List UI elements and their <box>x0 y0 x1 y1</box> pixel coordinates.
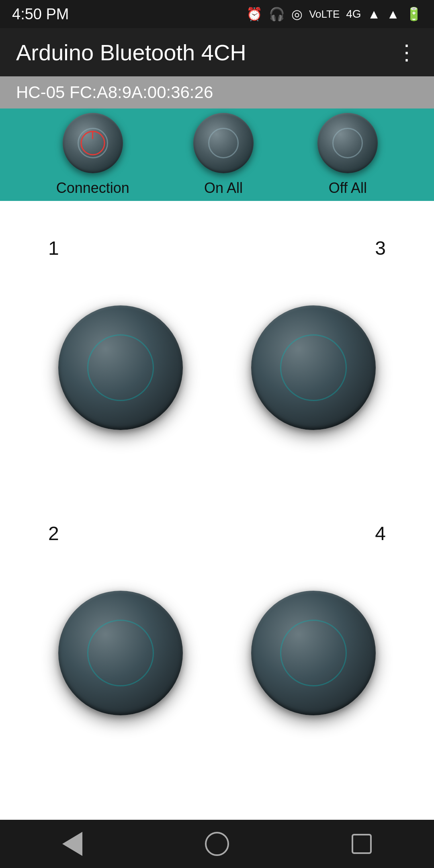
recent-icon <box>352 834 372 854</box>
hotspot-icon: ◎ <box>291 6 303 22</box>
channel-1-button[interactable] <box>58 305 183 430</box>
status-icons: ⏰ 🎧 ◎ VoLTE 4G ▲ ▲ 🔋 <box>246 6 422 22</box>
off-all-button[interactable] <box>317 113 378 173</box>
data-icon: 4G <box>346 8 361 20</box>
power-icon <box>92 131 93 139</box>
channel-4-number: 4 <box>375 522 386 545</box>
channel-3-number: 3 <box>375 237 386 259</box>
off-all-label: Off All <box>329 180 367 197</box>
status-bar: 4:50 PM ⏰ 🎧 ◎ VoLTE 4G ▲ ▲ 🔋 <box>0 0 434 28</box>
battery-icon: 🔋 <box>406 6 422 22</box>
bottom-nav <box>0 820 434 868</box>
home-icon <box>205 832 229 856</box>
channel-1-cell: 1 <box>24 225 217 510</box>
home-button[interactable] <box>203 830 231 858</box>
channel-4-button[interactable] <box>251 591 376 715</box>
wifi-icon: ▲ <box>387 7 399 22</box>
main-content: 1 3 2 4 <box>0 201 434 820</box>
connection-button[interactable] <box>63 113 123 173</box>
on-all-label: On All <box>204 180 243 197</box>
back-icon <box>62 832 82 856</box>
connection-control: Connection <box>56 113 129 197</box>
channel-2-button[interactable] <box>58 591 183 715</box>
headphone-icon: 🎧 <box>269 6 285 22</box>
channel-1-number: 1 <box>48 237 59 259</box>
volte-icon: VoLTE <box>309 8 340 20</box>
control-bar: Connection On All Off All <box>0 108 434 201</box>
recent-button[interactable] <box>348 830 376 858</box>
on-all-control: On All <box>193 113 254 197</box>
channel-2-cell: 2 <box>24 510 217 796</box>
overflow-menu-icon[interactable]: ⋮ <box>396 40 418 64</box>
back-button[interactable] <box>58 830 86 858</box>
channel-2-number: 2 <box>48 522 59 545</box>
device-info: HC-05 FC:A8:9A:00:36:26 <box>16 83 213 102</box>
connection-label: Connection <box>56 180 129 197</box>
channel-grid: 1 3 2 4 <box>0 201 434 820</box>
device-bar: HC-05 FC:A8:9A:00:36:26 <box>0 76 434 108</box>
channel-3-button[interactable] <box>251 305 376 430</box>
channel-4-cell: 4 <box>217 510 410 796</box>
alarm-icon: ⏰ <box>246 6 262 22</box>
status-time: 4:50 PM <box>12 6 69 23</box>
on-all-button[interactable] <box>193 113 254 173</box>
app-title: Arduino Bluetooth 4CH <box>16 39 246 66</box>
off-all-control: Off All <box>317 113 378 197</box>
signal-icon: ▲ <box>368 7 381 22</box>
channel-3-cell: 3 <box>217 225 410 510</box>
app-bar: Arduino Bluetooth 4CH ⋮ <box>0 28 434 76</box>
